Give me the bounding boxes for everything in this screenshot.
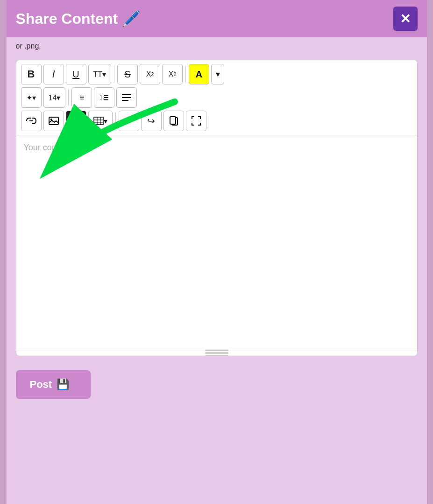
redo-button[interactable]: ↪ <box>141 111 162 131</box>
magic-button[interactable]: ✦▾ <box>21 87 42 108</box>
separator-2 <box>185 66 186 83</box>
resize-handle[interactable] <box>16 350 417 356</box>
modal-title: Share Content 🖊️ <box>16 10 141 28</box>
font-size-button[interactable]: 14▾ <box>43 87 66 108</box>
bold-button[interactable]: B <box>21 64 42 84</box>
toolbar-row-3: ▾ ↩ ↪ <box>21 111 412 131</box>
svg-rect-13 <box>94 117 103 125</box>
share-content-modal: Share Content 🖊️ ✕ or .png. B I U <box>7 0 427 504</box>
link-button[interactable] <box>21 111 42 131</box>
unordered-list-button[interactable]: ≡ <box>71 87 92 108</box>
separator-3 <box>68 89 69 106</box>
fullscreen-button[interactable] <box>186 111 206 131</box>
svg-rect-9 <box>49 117 58 125</box>
video-button[interactable] <box>66 111 86 131</box>
underline-button[interactable]: U <box>66 64 86 84</box>
toolbar-row-1: B I U TT▾ S X2 X2 A ▾ <box>21 64 412 84</box>
ordered-list-button[interactable]: 1. <box>94 87 114 108</box>
subtitle-text: or .png. <box>7 37 427 55</box>
image-button[interactable] <box>43 111 64 131</box>
save-icon: 💾 <box>57 378 69 391</box>
svg-marker-12 <box>78 119 81 123</box>
italic-button[interactable]: I <box>43 64 64 84</box>
rich-text-editor: B I U TT▾ S X2 X2 A ▾ ✦▾ 14▾ ≡ <box>16 60 418 356</box>
separator-1 <box>114 66 114 83</box>
highlight-dropdown-button[interactable]: ▾ <box>211 64 224 84</box>
svg-rect-19 <box>170 117 176 124</box>
separator-4 <box>115 112 116 129</box>
subscript-button[interactable]: X2 <box>162 64 183 84</box>
content-input[interactable]: Your content here <box>16 135 417 350</box>
close-button[interactable]: ✕ <box>393 7 418 31</box>
svg-text:1.: 1. <box>99 94 104 101</box>
copy-button[interactable] <box>163 111 184 131</box>
resize-grip <box>205 352 228 354</box>
post-button[interactable]: Post 💾 <box>16 370 91 399</box>
editor-wrapper: B I U TT▾ S X2 X2 A ▾ ✦▾ 14▾ ≡ <box>7 55 427 361</box>
svg-rect-11 <box>71 118 78 124</box>
font-type-button[interactable]: TT▾ <box>88 64 112 84</box>
undo-button[interactable]: ↩ <box>119 111 139 131</box>
toolbar: B I U TT▾ S X2 X2 A ▾ ✦▾ 14▾ ≡ <box>16 60 417 135</box>
align-button[interactable] <box>116 87 137 108</box>
table-button[interactable]: ▾ <box>88 111 113 131</box>
post-label: Post <box>30 378 52 391</box>
strikethrough-button[interactable]: S <box>117 64 138 84</box>
highlight-button[interactable]: A <box>189 64 209 84</box>
superscript-button[interactable]: X2 <box>140 64 160 84</box>
toolbar-row-2: ✦▾ 14▾ ≡ 1. <box>21 87 412 108</box>
modal-header: Share Content 🖊️ ✕ <box>7 0 427 37</box>
